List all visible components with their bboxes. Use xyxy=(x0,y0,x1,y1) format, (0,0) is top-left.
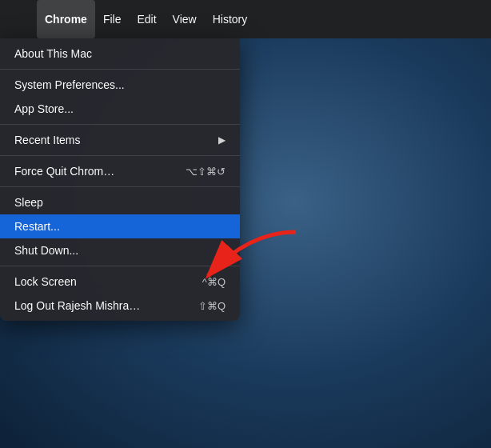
menubar-item-edit[interactable]: Edit xyxy=(129,0,164,38)
menubar: Chrome File Edit View History xyxy=(0,0,491,38)
menu-item-recent-items[interactable]: Recent Items ▶ xyxy=(0,128,240,152)
menu-item-lock-screen[interactable]: Lock Screen ^⌘Q xyxy=(0,270,240,294)
menu-separator-2 xyxy=(0,124,240,125)
menu-separator-5 xyxy=(0,266,240,266)
menu-item-restart[interactable]: Restart... xyxy=(0,214,240,238)
menu-item-force-quit[interactable]: Force Quit Chrom… ⌥⇧⌘↺ xyxy=(0,159,240,183)
menu-item-system-prefs[interactable]: System Preferences... xyxy=(0,73,240,97)
submenu-arrow-icon: ▶ xyxy=(218,134,226,146)
lock-screen-shortcut: ^⌘Q xyxy=(202,276,226,288)
apple-menu-button[interactable] xyxy=(6,0,37,38)
menu-item-app-store[interactable]: App Store... xyxy=(0,97,240,121)
menubar-item-history[interactable]: History xyxy=(205,0,256,38)
menu-item-logout[interactable]: Log Out Rajesh Mishra… ⇧⌘Q xyxy=(0,294,240,318)
menu-separator-3 xyxy=(0,155,240,156)
menubar-item-file[interactable]: File xyxy=(95,0,130,38)
force-quit-shortcut: ⌥⇧⌘↺ xyxy=(186,166,226,178)
menu-separator-1 xyxy=(0,69,240,70)
menu-item-shutdown[interactable]: Shut Down... xyxy=(0,238,240,262)
logout-shortcut: ⇧⌘Q xyxy=(198,300,226,312)
menu-item-sleep[interactable]: Sleep xyxy=(0,190,240,214)
menu-separator-4 xyxy=(0,186,240,187)
menubar-item-chrome[interactable]: Chrome xyxy=(37,0,95,38)
apple-dropdown-menu: About This Mac System Preferences... App… xyxy=(0,38,240,321)
menubar-item-view[interactable]: View xyxy=(165,0,205,38)
menu-item-about[interactable]: About This Mac xyxy=(0,42,240,66)
